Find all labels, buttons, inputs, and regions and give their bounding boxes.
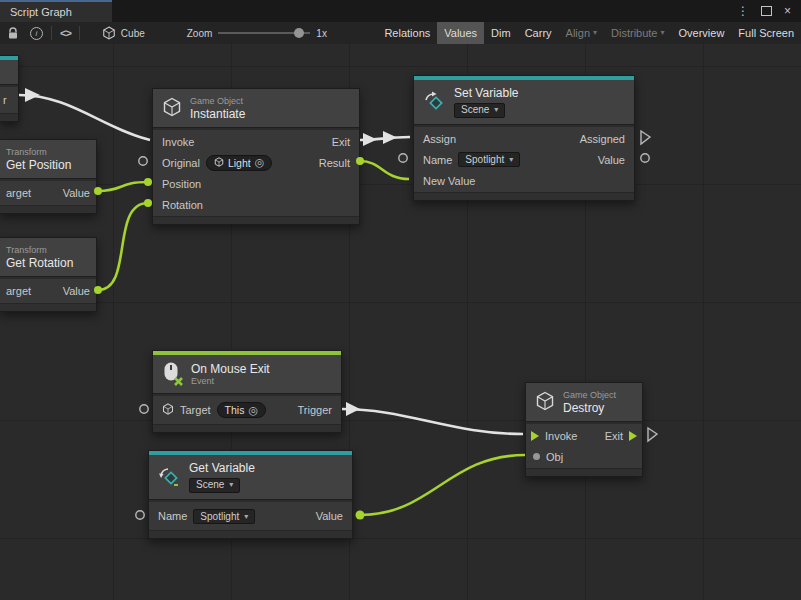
wire-mouseexit-to-destroy[interactable] [342, 409, 523, 434]
wire-flow-into-instantiate[interactable] [19, 95, 150, 140]
port-label-result: Result [319, 157, 350, 169]
node-destroy[interactable]: Game Object Destroy Invoke Exit Obj [525, 382, 643, 477]
toolbar-button-fullscreen[interactable]: Full Screen [731, 22, 801, 44]
mouse-icon [162, 361, 183, 388]
dropdown-value: Spotlight [465, 154, 504, 165]
port-destroy-exit[interactable] [648, 428, 657, 441]
port-setvariable-value[interactable] [641, 154, 649, 162]
close-icon[interactable]: × [784, 4, 791, 18]
wire-arrowhead [346, 402, 360, 416]
button-label: Distribute [611, 22, 657, 44]
wire-arrowhead [25, 88, 40, 102]
node-title: Instantiate [190, 108, 245, 120]
info-icon[interactable]: i [30, 27, 43, 40]
value-port-dot[interactable] [356, 511, 365, 520]
object-picker-icon[interactable]: ◎ [248, 405, 258, 416]
wire-instantiate-exit-to-setvariable[interactable] [360, 137, 410, 140]
value-port-dot[interactable] [144, 199, 152, 207]
node-fragment[interactable]: r [0, 55, 19, 122]
value-port-dot[interactable] [144, 178, 152, 186]
wire-getrotation-to-rotation[interactable] [98, 203, 148, 290]
variable-name-dropdown[interactable]: Spotlight ▾ [458, 152, 520, 167]
node-get-position[interactable]: Transform Get Position arget Value [0, 139, 97, 214]
code-icon[interactable]: <> [60, 27, 71, 39]
object-field-value: Light [228, 157, 251, 169]
tab-bar: Script Graph ⋮ × [0, 0, 801, 22]
toolbar-button-values[interactable]: Values [437, 22, 484, 44]
zoom-slider-handle[interactable] [294, 28, 304, 38]
toolbar-separator [51, 26, 52, 40]
flow-in-port-icon[interactable] [531, 431, 539, 441]
port-setvariable-assigned[interactable] [641, 131, 650, 144]
variable-scope-dropdown[interactable]: Scene ▾ [454, 103, 505, 118]
node-on-mouse-exit[interactable]: On Mouse Exit Event Target This [152, 350, 342, 433]
toolbar-button-carry[interactable]: Carry [518, 22, 559, 44]
dropdown-value: Spotlight [200, 511, 239, 522]
node-header: Game Object Destroy [526, 383, 642, 421]
wire-arrowhead [383, 131, 397, 144]
node-category: Transform [6, 148, 71, 157]
toolbar-button-dim[interactable]: Dim [484, 22, 518, 44]
toolbar-button-distribute[interactable]: Distribute ▾ [604, 22, 671, 44]
wire-getposition-to-position[interactable] [98, 182, 148, 191]
graph-toolbar: i <> Cube Zoom 1x Relations Values Dim [0, 22, 801, 45]
node-title: Set Variable [454, 87, 518, 99]
port-label-trigger: Trigger [298, 404, 332, 416]
value-port-icon[interactable] [533, 453, 540, 460]
variable-name-dropdown[interactable]: Spotlight ▾ [193, 509, 255, 524]
wire-result-to-newvalue[interactable] [360, 161, 409, 179]
node-header: Transform Get Position [0, 140, 96, 178]
node-header: Get Variable Scene ▾ [149, 455, 352, 499]
lock-icon[interactable] [7, 27, 19, 40]
cube-icon [214, 157, 224, 169]
port-setvariable-input[interactable] [399, 154, 407, 162]
zoom-slider[interactable] [218, 27, 310, 39]
object-picker-icon[interactable]: ◎ [255, 157, 265, 168]
node-get-variable[interactable]: Get Variable Scene ▾ Name Spotlight ▾ Va… [148, 450, 353, 539]
wire-getvariable-to-obj[interactable] [360, 455, 525, 515]
get-variable-icon [158, 465, 181, 490]
button-label: Values [444, 22, 477, 44]
port-mouseexit-target[interactable] [140, 405, 148, 413]
port-getvariable-name[interactable] [136, 511, 144, 519]
graph-canvas[interactable]: r Transform Get Position arget Value [0, 44, 801, 600]
port-label-value: Value [316, 510, 343, 522]
toolbar-separator [79, 26, 80, 40]
button-label: Carry [525, 22, 552, 44]
object-field-value: This [225, 404, 245, 416]
variable-scope-dropdown[interactable]: Scene ▾ [189, 478, 240, 493]
node-category: Game Object [190, 97, 245, 106]
cube-icon [162, 403, 174, 417]
node-title: Get Position [6, 159, 71, 171]
tab-script-graph[interactable]: Script Graph [0, 0, 112, 22]
node-category: Transform [6, 246, 73, 255]
object-field-this[interactable]: This ◎ [217, 402, 266, 418]
kebab-menu-icon[interactable]: ⋮ [737, 4, 749, 18]
node-instantiate[interactable]: Game Object Instantiate Invoke Exit Orig… [152, 88, 360, 225]
port-label-rotation: Rotation [162, 199, 203, 211]
button-label: Relations [384, 22, 430, 44]
node-footer [0, 303, 96, 311]
port-label-invoke: Invoke [545, 430, 577, 442]
port-instantiate-original[interactable] [139, 157, 147, 165]
flow-out-port-icon[interactable] [629, 431, 637, 441]
toolbar-button-relations[interactable]: Relations [377, 22, 437, 44]
clipped-label: r [3, 94, 7, 106]
cube-icon [102, 26, 116, 40]
node-get-rotation[interactable]: Transform Get Rotation arget Value [0, 237, 97, 312]
port-label-name: Name [423, 154, 452, 166]
port-label-assigned: Assigned [580, 133, 625, 145]
node-header: Set Variable Scene ▾ [414, 80, 634, 124]
node-title: Get Variable [189, 462, 255, 474]
chevron-down-icon: ▾ [229, 481, 233, 489]
maximize-icon[interactable] [761, 6, 772, 16]
toolbar-button-overview[interactable]: Overview [672, 22, 732, 44]
toolbar-button-align[interactable]: Align ▾ [559, 22, 604, 44]
object-field-light[interactable]: Light ◎ [206, 155, 272, 171]
node-set-variable[interactable]: Set Variable Scene ▾ Assign Assigned Nam… [413, 75, 635, 201]
port-label-original: Original [162, 157, 200, 169]
node-footer [414, 192, 634, 200]
node-header: Game Object Instantiate [153, 89, 359, 127]
port-label-new-value: New Value [423, 175, 475, 187]
port-label-value: Value [63, 285, 90, 297]
